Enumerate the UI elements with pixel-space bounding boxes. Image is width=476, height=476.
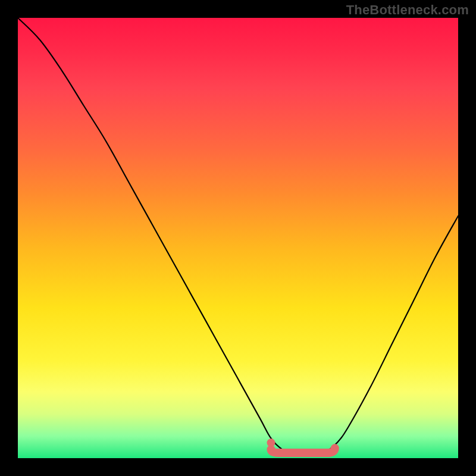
trough-start-dot <box>267 439 275 447</box>
bottleneck-curve <box>18 18 458 454</box>
chart-frame: TheBottleneck.com <box>0 0 476 476</box>
plot-area <box>18 18 458 458</box>
trough-highlight <box>271 448 335 453</box>
chart-svg <box>18 18 458 458</box>
watermark-label: TheBottleneck.com <box>346 2 469 18</box>
